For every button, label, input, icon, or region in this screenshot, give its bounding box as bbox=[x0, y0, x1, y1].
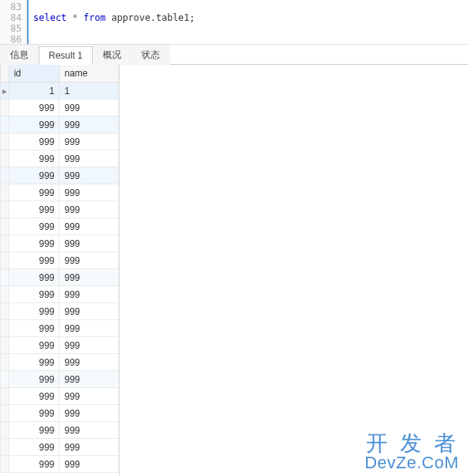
cell-id[interactable]: 999 bbox=[8, 422, 59, 439]
cell-name[interactable]: 999 bbox=[59, 184, 119, 201]
table-row[interactable]: 999999 bbox=[1, 116, 119, 133]
table-row[interactable]: 999999 bbox=[1, 201, 119, 218]
cell-name[interactable]: 999 bbox=[59, 388, 119, 405]
table-row[interactable]: 999999 bbox=[1, 235, 119, 252]
sql-editor[interactable]: 83 84 85 86 select * from approve.table1… bbox=[0, 0, 468, 45]
table-row[interactable]: 999999 bbox=[1, 218, 119, 235]
line-number: 86 bbox=[2, 34, 22, 45]
row-marker bbox=[1, 133, 9, 150]
row-header-corner bbox=[1, 65, 9, 83]
row-marker bbox=[1, 286, 9, 303]
cell-id[interactable]: 999 bbox=[8, 218, 59, 235]
cell-name[interactable]: 999 bbox=[59, 116, 119, 133]
cell-id[interactable]: 999 bbox=[8, 116, 59, 133]
column-header-name[interactable]: name bbox=[59, 65, 119, 83]
cell-name[interactable]: 999 bbox=[59, 286, 119, 303]
sql-text: approve.table1; bbox=[106, 12, 195, 23]
row-marker bbox=[1, 100, 9, 116]
tab-状态[interactable]: 状态 bbox=[131, 45, 170, 65]
table-row[interactable]: 999999 bbox=[1, 184, 119, 201]
cell-id[interactable]: 999 bbox=[8, 252, 59, 269]
cell-id[interactable]: 999 bbox=[8, 303, 59, 320]
cell-id[interactable]: 999 bbox=[8, 286, 59, 303]
cell-name[interactable]: 999 bbox=[59, 201, 119, 218]
cell-id[interactable]: 999 bbox=[8, 201, 59, 218]
row-marker bbox=[1, 354, 9, 371]
table-row[interactable]: 999999 bbox=[1, 439, 119, 456]
cell-name[interactable]: 999 bbox=[59, 269, 119, 286]
cell-name[interactable]: 999 bbox=[59, 439, 119, 456]
cell-id[interactable]: 999 bbox=[8, 184, 59, 201]
tab-信息[interactable]: 信息 bbox=[0, 45, 39, 65]
table-row[interactable]: 999999 bbox=[1, 303, 119, 320]
row-marker: ▸ bbox=[1, 83, 9, 100]
table-row[interactable]: 999999 bbox=[1, 167, 119, 184]
table-row[interactable]: 999999 bbox=[1, 252, 119, 269]
row-marker bbox=[1, 167, 9, 184]
table-row[interactable]: 999999 bbox=[1, 456, 119, 473]
cell-id[interactable]: 999 bbox=[8, 337, 59, 354]
cell-name[interactable]: 999 bbox=[59, 320, 119, 337]
cell-id[interactable]: 999 bbox=[8, 100, 59, 116]
line-number: 85 bbox=[2, 23, 22, 34]
table-row[interactable]: 999999 bbox=[1, 422, 119, 439]
cell-id[interactable]: 999 bbox=[8, 371, 59, 388]
sql-keyword: from bbox=[83, 12, 106, 23]
column-header-id[interactable]: id bbox=[8, 65, 59, 83]
code-content[interactable]: select * from approve.table1; bbox=[27, 0, 468, 44]
row-marker bbox=[1, 320, 9, 337]
result-grid[interactable]: id name ▸1199999999999999999999999999999… bbox=[0, 65, 120, 476]
row-marker bbox=[1, 116, 9, 133]
cell-name[interactable]: 1 bbox=[59, 83, 119, 100]
cell-name[interactable]: 999 bbox=[59, 303, 119, 320]
tab-result-1[interactable]: Result 1 bbox=[39, 46, 93, 65]
cell-name[interactable]: 999 bbox=[59, 150, 119, 167]
cell-id[interactable]: 999 bbox=[8, 235, 59, 252]
cell-id[interactable]: 999 bbox=[8, 456, 59, 473]
row-marker bbox=[1, 150, 9, 167]
cell-name[interactable]: 999 bbox=[59, 218, 119, 235]
cell-id[interactable]: 999 bbox=[8, 269, 59, 286]
cell-id[interactable]: 999 bbox=[8, 150, 59, 167]
cell-name[interactable]: 999 bbox=[59, 422, 119, 439]
cell-id[interactable]: 999 bbox=[8, 133, 59, 150]
cell-id[interactable]: 999 bbox=[8, 405, 59, 422]
row-marker bbox=[1, 201, 9, 218]
table-row[interactable]: 999999 bbox=[1, 133, 119, 150]
cell-name[interactable]: 999 bbox=[59, 354, 119, 371]
cell-name[interactable]: 999 bbox=[59, 100, 119, 116]
cell-name[interactable]: 999 bbox=[59, 371, 119, 388]
row-marker bbox=[1, 422, 9, 439]
cell-name[interactable]: 999 bbox=[59, 337, 119, 354]
cell-id[interactable]: 999 bbox=[8, 439, 59, 456]
row-marker bbox=[1, 456, 9, 473]
table-row[interactable]: 999999 bbox=[1, 337, 119, 354]
cell-name[interactable]: 999 bbox=[59, 456, 119, 473]
table-row[interactable]: 999999 bbox=[1, 371, 119, 388]
table-row[interactable]: 999999 bbox=[1, 100, 119, 116]
cell-id[interactable]: 999 bbox=[8, 354, 59, 371]
table-row[interactable]: 999999 bbox=[1, 354, 119, 371]
table-row[interactable]: 999999 bbox=[1, 320, 119, 337]
table-row[interactable]: 999999 bbox=[1, 150, 119, 167]
table-row[interactable]: ▸11 bbox=[1, 83, 119, 100]
cell-name[interactable]: 999 bbox=[59, 252, 119, 269]
row-marker bbox=[1, 388, 9, 405]
table-row[interactable]: 999999 bbox=[1, 388, 119, 405]
cell-name[interactable]: 999 bbox=[59, 167, 119, 184]
cell-name[interactable]: 999 bbox=[59, 235, 119, 252]
cell-name[interactable]: 999 bbox=[59, 133, 119, 150]
row-marker bbox=[1, 337, 9, 354]
row-marker bbox=[1, 405, 9, 422]
table-row[interactable]: 999999 bbox=[1, 286, 119, 303]
row-marker bbox=[1, 269, 9, 286]
cell-id[interactable]: 999 bbox=[8, 388, 59, 405]
cell-id[interactable]: 999 bbox=[8, 320, 59, 337]
cell-id[interactable]: 999 bbox=[8, 167, 59, 184]
table-row[interactable]: 999999 bbox=[1, 405, 119, 422]
cell-name[interactable]: 999 bbox=[59, 405, 119, 422]
table-row[interactable]: 999999 bbox=[1, 269, 119, 286]
tab-概况[interactable]: 概况 bbox=[93, 45, 131, 65]
row-marker bbox=[1, 439, 9, 456]
cell-id[interactable]: 1 bbox=[8, 83, 59, 100]
